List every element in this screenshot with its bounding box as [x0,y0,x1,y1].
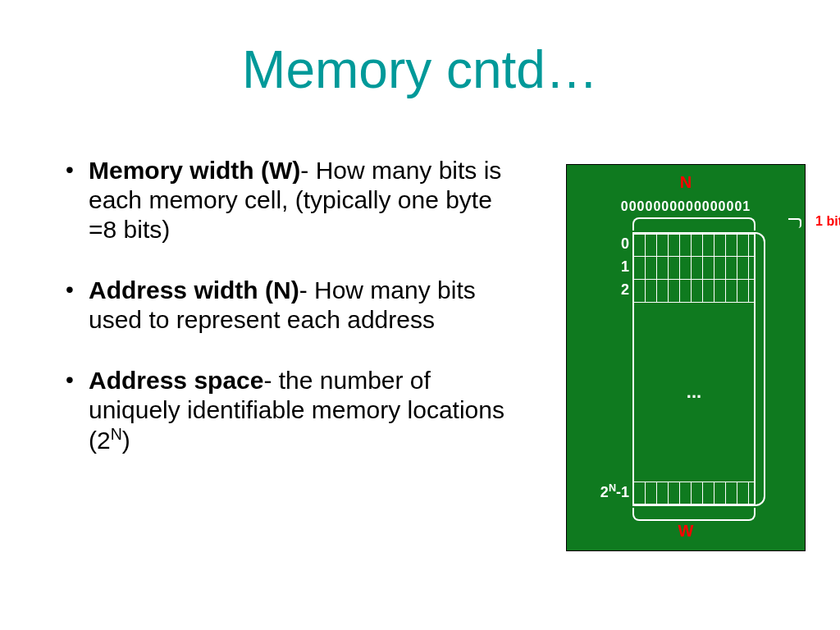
row-index: 2 [580,281,629,299]
memory-row [634,257,754,280]
slide: Memory cntd… Memory width (W)- How many … [0,0,840,630]
ellipsis: ... [634,381,754,403]
memory-block: 0 1 2 2N-1 ... [632,232,756,506]
bullet-item: Address space- the number of uniquely id… [66,366,525,455]
one-bit-brace-icon [788,218,801,228]
w-brace-icon [632,508,756,521]
n-brace-icon [632,217,756,231]
bullet-tail: ) [122,427,130,454]
memory-row [634,482,754,504]
bullet-list: Memory width (W)- How many bits is each … [66,156,525,486]
memory-row [634,234,754,257]
bullet-item: Memory width (W)- How many bits is each … [66,156,525,244]
last-base: 2 [600,484,609,500]
two-n-label: 2N [830,345,840,364]
n-label: N [567,173,805,192]
address-bits: 0000000000000001 [567,199,805,214]
bullet-term: Address space [89,367,263,394]
memory-diagram: N 0000000000000001 1 bit 0 1 2 2N-1 ... … [566,164,806,551]
one-bit-label: 1 bit [815,214,840,229]
slide-title: Memory cntd… [0,39,840,100]
last-tail: -1 [616,484,629,500]
height-brace-icon [754,232,765,506]
row-index: 1 [580,258,629,276]
bullet-item: Address width (N)- How many bits used to… [66,276,525,335]
superscript-n: N [111,425,122,443]
bullet-term: Memory width (W) [89,157,300,184]
row-index-last: 2N-1 [580,482,629,501]
row-index: 0 [580,235,629,253]
last-sup: N [609,482,616,494]
w-label: W [567,522,805,541]
memory-row [634,280,754,303]
bullet-term: Address width (N) [89,276,299,304]
two-n-base: 2 [830,347,838,363]
